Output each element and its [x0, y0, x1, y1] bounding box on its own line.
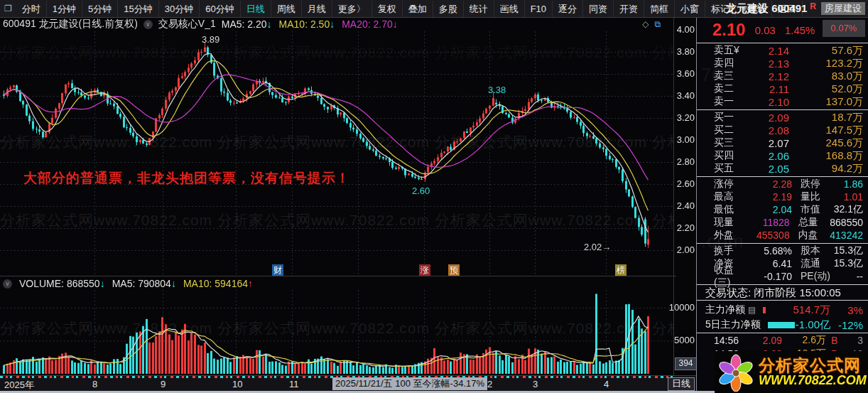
order-book-row[interactable]: 卖四2.13123.2万 [697, 57, 868, 70]
period-item[interactable]: 日线 [241, 1, 271, 17]
main-force-row: 主力净额▤514.7万3% [697, 303, 868, 317]
volume-chart-area: 分析家公式网www.70822.com 分析家公式网www.70822.com … [0, 290, 673, 375]
stat-label: 股本 [801, 244, 833, 257]
period-item[interactable]: 5分钟 [82, 1, 118, 17]
period-item[interactable]: 更多〉 [332, 1, 372, 17]
tick-count: 3 [843, 335, 863, 346]
tool-item[interactable]: F10 [525, 1, 553, 17]
period-item[interactable]: 60分钟 [200, 1, 240, 17]
panel-toggle-icon[interactable]: ⧉ [654, 19, 661, 29]
logo-flower-icon [717, 353, 754, 392]
price-chart-header: 600491 龙元建设(日线.前复权) ∨ 交易核心V_1 MA5: 2.20↓… [0, 17, 676, 31]
tool-item[interactable]: 小窗 [675, 1, 705, 17]
volume-pane-header: ∨ VOLUME: 868550↓MA5: 790804↓MA10: 59416… [0, 276, 676, 291]
legend-item: MA10: 594164↑ [183, 278, 253, 289]
tick-direction: B [826, 335, 843, 346]
tool-item[interactable]: 画线 [494, 1, 525, 17]
price-axis-column: 4.003.803.603.403.203.002.802.602.402.20… [673, 17, 697, 393]
trading-app-window: ❐ 分时1分钟5分钟15分钟30分钟60分钟日线周线月线更多〉 复权叠加多股统计… [0, 0, 868, 393]
period-box[interactable]: 日线 [668, 377, 695, 391]
date-axis-label: 11 [289, 379, 299, 389]
stat-value: 15.3亿 [833, 244, 863, 257]
quote-panel: 708 .com 2.10 0.03 1.45% 0.07% 卖五¥2.1457… [696, 17, 868, 393]
logo-site-url: WWW.70822.COM [759, 374, 867, 387]
diamond-icon[interactable]: ◇ [642, 19, 649, 29]
order-book-row[interactable]: 买五2.0594.2万 [697, 162, 868, 175]
period-item[interactable]: 周线 [271, 1, 302, 17]
tool-item[interactable]: 复权 [372, 1, 403, 17]
order-level-label: 买四 [714, 149, 749, 162]
order-level-label: 买二 [714, 124, 749, 136]
force-percent: 3% [830, 304, 863, 316]
stat-label: 总量 [798, 216, 830, 229]
order-volume: 52.0万 [789, 82, 863, 96]
tool-item[interactable]: 叠加 [403, 1, 433, 17]
tick-row: 14:562.092.6万B3 [697, 334, 868, 347]
date-axis-label: 8 [92, 379, 97, 389]
stat-value: 2.28 [749, 178, 792, 190]
date-axis-label: 4 [604, 379, 609, 389]
volume-legend: VOLUME: 868550↓MA5: 790804↓MA10: 594164↑ [19, 278, 253, 289]
order-book-row[interactable]: 卖二2.1152.0万 [697, 82, 868, 95]
order-level-label: 卖二 [714, 82, 749, 95]
legend-item: MA5: 790804↓ [112, 278, 176, 289]
order-level-label: 卖五¥ [714, 44, 749, 57]
stat-label: 外盘 [714, 229, 748, 242]
stat-row: 换手5.68%股本15.3亿 [697, 244, 868, 257]
volume-axis-label: 10000 [669, 302, 695, 313]
period-item[interactable]: 月线 [302, 1, 332, 17]
stat-label: 市值 [801, 203, 833, 216]
window-icon[interactable]: ❐ [4, 4, 12, 14]
period-item[interactable]: 30分钟 [159, 1, 200, 17]
order-price: 2.14 [749, 45, 789, 57]
order-book-row[interactable]: 卖五¥2.1457.6万 [697, 44, 868, 57]
stat-label: 现量 [714, 216, 748, 229]
order-volume: 168.8万 [789, 149, 863, 163]
order-level-label: 卖四 [714, 57, 749, 70]
stat-value: 455308 [748, 230, 789, 241]
price-axis-label: 4.00 [677, 24, 695, 35]
date-axis: 2025年8910112342025/11/21/五 100 至今涨幅-34.1… [0, 375, 696, 392]
stat-value: -- [833, 271, 863, 282]
order-book-row[interactable]: 买二2.08147.5万 [697, 124, 868, 136]
stat-value: 2.04 [749, 204, 792, 215]
last-volume-box: 394 [675, 357, 697, 370]
event-flag[interactable]: 预 [448, 264, 460, 276]
indicator-name[interactable]: 交易核心V_1 [158, 18, 216, 31]
price-chart-canvas[interactable] [0, 31, 673, 276]
order-price: 2.09 [749, 112, 789, 124]
chevron-down-icon[interactable]: ∨ [3, 279, 12, 289]
amplitude-badge: 0.07% [823, 20, 865, 37]
tool-item[interactable]: 逐分 [553, 1, 583, 17]
event-flag[interactable]: 榜 [615, 264, 626, 276]
force-percent: -12% [830, 319, 863, 331]
order-book-row[interactable]: 买三2.07245.6万 [697, 136, 868, 149]
volume-chart-canvas[interactable] [0, 290, 673, 375]
order-price: 2.05 [749, 163, 789, 175]
order-book-row[interactable]: 买一2.0918.7万 [697, 111, 868, 124]
order-book-row[interactable]: 买四2.06168.8万 [697, 149, 868, 162]
period-item[interactable]: 分时 [16, 1, 47, 17]
order-price: 2.08 [749, 124, 789, 136]
order-book-row[interactable]: 卖三2.1283.0万 [697, 70, 868, 82]
tool-item[interactable]: 简框 [644, 1, 675, 17]
tool-item[interactable]: 同资 [583, 1, 614, 17]
order-level-label: 买五 [714, 162, 749, 175]
stat-value: -0.170 [749, 271, 792, 282]
chevron-down-icon[interactable]: ∨ [143, 20, 153, 29]
margin-flag-badge: R [810, 1, 816, 11]
order-volume: 57.6万 [789, 44, 863, 58]
tool-item[interactable]: 统计 [464, 1, 494, 17]
tool-item[interactable]: 多股 [433, 1, 464, 17]
event-flag[interactable]: 涨 [419, 264, 430, 276]
period-item[interactable]: 15分钟 [118, 1, 158, 17]
period-item[interactable]: 1分钟 [47, 1, 82, 17]
sector-badge[interactable]: 房屋建设 [821, 2, 865, 15]
stat-row: 现量11828总量868550 [697, 216, 868, 229]
event-flag[interactable]: 财 [272, 264, 283, 276]
site-logo: 分析家公式网 WWW.70822.COM [715, 351, 868, 393]
tool-item[interactable]: 开资 [614, 1, 644, 17]
doc-icon[interactable]: ▤ [748, 305, 756, 315]
order-book-row[interactable]: 卖一2.10137.0万 [697, 95, 868, 108]
tick-volume: 2.6万 [782, 334, 826, 347]
